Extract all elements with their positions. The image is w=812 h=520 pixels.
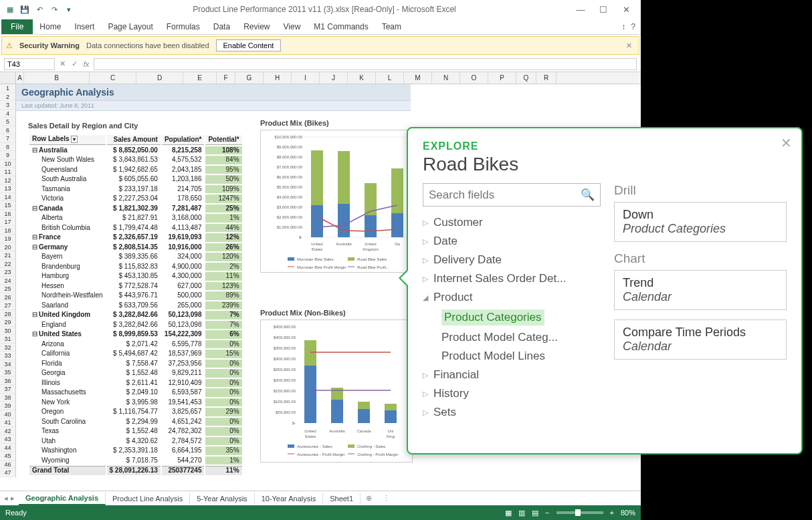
row-header[interactable]: 32 xyxy=(0,344,15,352)
row-header[interactable]: 20 xyxy=(0,243,15,252)
field-tree-item[interactable]: ▷Internet Sales Order Det... xyxy=(423,269,601,288)
view-normal-icon[interactable]: ▦ xyxy=(505,509,512,517)
row-header[interactable]: 22 xyxy=(0,260,15,269)
row-header[interactable]: 46 xyxy=(0,461,15,469)
row-header[interactable]: 44 xyxy=(0,444,15,452)
row-header[interactable]: 14 xyxy=(0,193,15,202)
col-header[interactable]: H xyxy=(264,72,292,84)
row-header[interactable]: 19 xyxy=(0,235,15,243)
row-header[interactable]: 36 xyxy=(0,377,15,386)
maximize-button[interactable]: ☐ xyxy=(597,3,610,16)
tab-nav-next-icon[interactable]: ▸ xyxy=(11,494,15,503)
sheet-tab-10year[interactable]: 10-Year Analysis xyxy=(255,493,324,505)
field-tree-child[interactable]: Product Categories xyxy=(423,307,601,328)
view-pagebreak-icon[interactable]: ▤ xyxy=(532,509,538,517)
search-fields-box[interactable]: 🔍 xyxy=(423,183,601,207)
row-header[interactable]: 25 xyxy=(0,285,15,293)
field-tree-item[interactable]: ▷Customer xyxy=(423,213,601,232)
col-header[interactable]: B xyxy=(24,72,90,84)
row-header[interactable]: 7 xyxy=(0,134,15,143)
row-header[interactable]: 4 xyxy=(0,110,15,118)
row-header[interactable]: 45 xyxy=(0,452,15,461)
field-tree-item[interactable]: ▷Date xyxy=(423,232,601,251)
formula-input[interactable] xyxy=(94,58,637,70)
row-header[interactable]: 12 xyxy=(0,176,15,185)
field-tree-item[interactable]: ◢Product xyxy=(423,288,601,307)
chart-trend-action[interactable]: Trend Calendar xyxy=(614,270,787,310)
tab-page-layout[interactable]: Page Layout xyxy=(101,19,159,34)
field-tree-child[interactable]: Product Model Lines xyxy=(423,347,601,366)
tab-m1-commands[interactable]: M1 Commands xyxy=(307,19,375,34)
search-input[interactable] xyxy=(429,188,581,202)
row-header[interactable]: 29 xyxy=(0,318,15,327)
row-header[interactable]: 40 xyxy=(0,410,15,419)
row-header[interactable]: 43 xyxy=(0,435,15,444)
col-header[interactable]: Q xyxy=(516,72,536,84)
tab-formulas[interactable]: Formulas xyxy=(160,19,207,34)
field-tree-item[interactable]: ▷Delivery Date xyxy=(423,251,601,269)
add-sheet-icon[interactable]: ⊕ xyxy=(361,492,377,505)
col-header[interactable]: I xyxy=(292,72,320,84)
tab-nav-first-icon[interactable]: ◂ xyxy=(4,494,8,503)
field-tree-item[interactable]: ▷History xyxy=(423,384,601,403)
row-header[interactable]: 28 xyxy=(0,310,15,319)
redo-icon[interactable]: ↷ xyxy=(48,3,60,15)
row-header[interactable]: 42 xyxy=(0,427,15,436)
select-all-corner[interactable] xyxy=(0,72,16,84)
pivot-table[interactable]: Row Labels ▾Sales AmountPopulation*Poten… xyxy=(28,134,243,477)
row-header[interactable]: 23 xyxy=(0,268,15,277)
security-close-icon[interactable]: ✕ xyxy=(623,41,635,50)
col-header[interactable]: E xyxy=(183,72,217,84)
row-header[interactable]: 16 xyxy=(0,210,15,219)
tab-insert[interactable]: Insert xyxy=(68,19,101,34)
col-header[interactable]: P xyxy=(488,72,516,84)
row-header[interactable]: 31 xyxy=(0,335,15,344)
zoom-slider[interactable] xyxy=(556,511,603,514)
sheet-tab-5year[interactable]: 5-Year Analysis xyxy=(190,493,254,505)
col-header[interactable]: G xyxy=(235,72,264,84)
row-header[interactable]: 8 xyxy=(0,143,15,152)
row-header[interactable]: 18 xyxy=(0,227,15,235)
row-header[interactable]: 47 xyxy=(0,469,15,477)
row-header[interactable]: 41 xyxy=(0,418,15,427)
col-header[interactable]: R xyxy=(536,72,556,84)
save-icon[interactable]: 💾 xyxy=(19,3,31,15)
row-header[interactable]: 39 xyxy=(0,402,15,410)
row-header[interactable]: 1 xyxy=(0,84,15,93)
row-header[interactable]: 21 xyxy=(0,251,15,260)
col-header[interactable]: F xyxy=(217,72,235,84)
col-header[interactable]: O xyxy=(460,72,488,84)
fx-icon[interactable]: fx xyxy=(82,60,91,68)
tab-view[interactable]: View xyxy=(277,19,308,34)
ribbon-collapse-icon[interactable]: ↕ xyxy=(621,22,625,31)
row-header[interactable]: 9 xyxy=(0,151,15,160)
sheet-tab-geographic[interactable]: Geographic Analysis xyxy=(19,492,106,505)
row-header[interactable]: 38 xyxy=(0,394,15,402)
undo-icon[interactable]: ↶ xyxy=(33,3,45,15)
row-header[interactable]: 15 xyxy=(0,201,15,210)
chart-product-mix-nonbikes[interactable]: Product Mix (Non-Bikes) $450,000.00$400,… xyxy=(260,309,413,463)
sheet-tab-productline[interactable]: Product Line Analysis xyxy=(106,493,190,505)
minimize-button[interactable]: — xyxy=(574,3,587,16)
tab-home[interactable]: Home xyxy=(33,19,68,34)
qat-dropdown-icon[interactable]: ▾ xyxy=(63,3,75,15)
row-header[interactable]: 5 xyxy=(0,118,15,126)
col-header[interactable]: A xyxy=(16,72,24,84)
col-header[interactable]: N xyxy=(432,72,460,84)
row-header[interactable]: 26 xyxy=(0,293,15,302)
tab-team[interactable]: Team xyxy=(375,19,408,34)
sheet-tab-sheet1[interactable]: Sheet1 xyxy=(323,493,361,505)
row-header[interactable]: 2 xyxy=(0,93,15,102)
zoom-value[interactable]: 80% xyxy=(621,509,635,517)
row-header[interactable]: 17 xyxy=(0,218,15,227)
name-box[interactable] xyxy=(4,58,55,70)
row-header[interactable]: 3 xyxy=(0,101,15,110)
zoom-out-icon[interactable]: − xyxy=(545,509,549,517)
cancel-formula-icon[interactable]: ✕ xyxy=(58,59,67,68)
row-header[interactable]: 6 xyxy=(0,126,15,135)
tab-menu-icon[interactable]: ⋮ xyxy=(377,492,395,505)
file-tab[interactable]: File xyxy=(1,19,33,34)
tab-data[interactable]: Data xyxy=(207,19,237,34)
tab-review[interactable]: Review xyxy=(237,19,276,34)
field-tree-child[interactable]: Product Model Categ... xyxy=(423,328,601,347)
